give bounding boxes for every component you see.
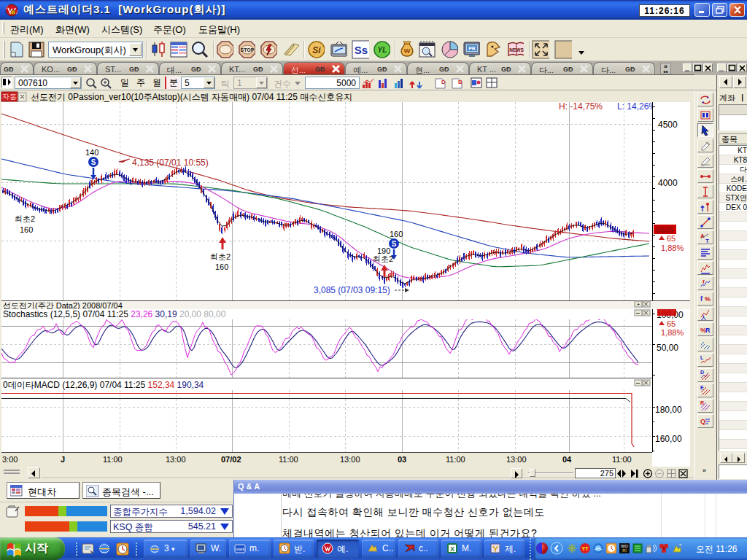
- svg-text:GĐ: GĐ: [253, 66, 263, 73]
- svg-text:13:00: 13:00: [340, 455, 360, 464]
- svg-text:Q: Q: [700, 418, 705, 425]
- svg-text:140: 140: [85, 148, 98, 157]
- svg-text:3525: 3525: [656, 225, 673, 234]
- svg-text:GĐ: GĐ: [4, 66, 14, 73]
- svg-text:160: 160: [20, 225, 33, 234]
- svg-text:1,88%: 1,88%: [661, 244, 684, 252]
- svg-text:04: 04: [562, 455, 572, 464]
- svg-text:L: L: [700, 355, 704, 360]
- svg-text:11:00: 11:00: [612, 455, 632, 464]
- svg-text:65: 65: [667, 234, 676, 243]
- svg-text:GĐ: GĐ: [129, 66, 139, 73]
- svg-text:GĐ: GĐ: [315, 66, 325, 73]
- svg-text:T: T: [705, 238, 709, 244]
- svg-text:D: D: [700, 370, 704, 375]
- svg-text:Si: Si: [312, 45, 321, 55]
- svg-text:Ss: Ss: [355, 44, 368, 56]
- svg-text:65: 65: [667, 319, 676, 328]
- svg-text:07/02: 07/02: [221, 455, 241, 464]
- svg-text:L: 14,26%: L: 14,26%: [617, 101, 657, 112]
- svg-text:D: D: [441, 79, 446, 85]
- svg-text:J: J: [61, 455, 65, 464]
- svg-text:160: 160: [215, 262, 228, 271]
- svg-text:180,00: 180,00: [655, 405, 682, 415]
- svg-text:GĐ: GĐ: [625, 66, 635, 73]
- svg-text:S: S: [91, 158, 96, 166]
- svg-text:GĐ: GĐ: [439, 66, 449, 73]
- svg-text:선도전기 0Passion_ver10(10주Atstop): 선도전기 0Passion_ver10(10주Atstop)(시스템 자동매매)…: [31, 92, 352, 102]
- svg-text:최초2: 최초2: [210, 252, 231, 261]
- svg-text:+: +: [637, 301, 640, 308]
- svg-text:160,00: 160,00: [655, 434, 682, 444]
- svg-text:R: R: [700, 400, 704, 405]
- svg-text:RI: RI: [622, 548, 627, 553]
- svg-text:4500: 4500: [658, 120, 678, 130]
- svg-text:%: %: [705, 295, 711, 303]
- svg-text:GĐ: GĐ: [377, 66, 387, 73]
- svg-text:11:00: 11:00: [446, 455, 465, 464]
- svg-text:160: 160: [390, 230, 403, 238]
- svg-text:최초2: 최초2: [15, 214, 35, 223]
- svg-text:B: B: [458, 79, 462, 85]
- svg-text:최초2: 최초2: [373, 254, 393, 263]
- svg-text:11:00: 11:00: [103, 455, 123, 464]
- svg-text:03: 03: [398, 455, 406, 464]
- svg-text:S: S: [392, 240, 397, 248]
- svg-text:3,085 (07/03 09:15): 3,085 (07/03 09:15): [314, 285, 390, 295]
- svg-text:H: -14,75%: H: -14,75%: [559, 101, 603, 112]
- svg-text:X: X: [450, 545, 454, 553]
- svg-text:PR: PR: [468, 46, 476, 51]
- svg-text:GĐ: GĐ: [67, 66, 77, 73]
- svg-text:4000: 4000: [658, 178, 678, 188]
- svg-text:mws: mws: [236, 547, 244, 551]
- svg-text:E: E: [700, 385, 704, 390]
- svg-text:GĐ: GĐ: [191, 66, 201, 73]
- svg-text:4,135 (07/01 10:55): 4,135 (07/01 10:55): [132, 158, 209, 168]
- svg-text:NEWS: NEWS: [509, 47, 524, 52]
- svg-text:3:00: 3:00: [2, 455, 18, 464]
- svg-text:11:00: 11:00: [279, 455, 298, 464]
- svg-text:GĐ: GĐ: [563, 66, 573, 73]
- svg-text:YL: YL: [378, 46, 387, 54]
- svg-text:₩: ₩: [404, 47, 411, 55]
- svg-text:R: R: [705, 327, 711, 334]
- svg-text:T: T: [12, 11, 14, 15]
- svg-text:GĐ: GĐ: [501, 66, 511, 73]
- svg-text:1,88%: 1,88%: [661, 328, 684, 337]
- svg-text:13:00: 13:00: [506, 455, 527, 464]
- svg-text:Stochastics (12,5,5) 07/04 11:: Stochastics (12,5,5) 07/04 11:25 23,26 3…: [3, 309, 226, 319]
- svg-text:13:00: 13:00: [166, 455, 186, 464]
- svg-text:f: f: [703, 279, 705, 285]
- svg-text:50,00: 50,00: [657, 343, 678, 353]
- svg-text:STOP: STOP: [241, 47, 255, 52]
- svg-text:人: 人: [700, 315, 707, 321]
- svg-text:YT: YT: [582, 546, 589, 551]
- svg-text:f: f: [700, 295, 703, 303]
- svg-text:0데이타MACD (12,26,9) 07/04 11:25: 0데이타MACD (12,26,9) 07/04 11:25 152,34 19…: [3, 380, 204, 390]
- svg-text:자동: 자동: [2, 93, 17, 101]
